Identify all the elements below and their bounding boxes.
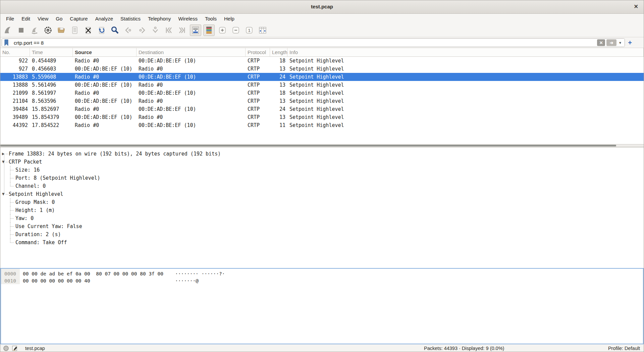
cell-length: 11 bbox=[270, 121, 287, 129]
menu-telephony[interactable]: Telephony bbox=[144, 15, 174, 23]
column-header-no[interactable]: No. bbox=[0, 48, 30, 56]
gear-icon bbox=[44, 26, 52, 35]
packet-row-44392[interactable]: 4439217.854522Radio #000:DE:AD:BE:EF (10… bbox=[0, 121, 644, 129]
hex-bytes: 00 00 de ad be ef 0a 00 80 07 00 00 00 8… bbox=[23, 270, 163, 277]
hex-line[interactable]: 001000 00 00 00 00 00 00 40·······@ bbox=[1, 277, 643, 284]
packet-list[interactable]: 9220.454489Radio #000:DE:AD:BE:EF (10)CR… bbox=[0, 57, 644, 144]
cell-no: 39489 bbox=[0, 113, 30, 121]
packet-bytes-pane[interactable]: 000000 00 de ad be ef 0a 00 80 07 00 00 … bbox=[0, 268, 644, 344]
column-header-info[interactable]: Info bbox=[287, 48, 644, 56]
main-toolbar: 1 bbox=[0, 23, 644, 37]
menu-statistics[interactable]: Statistics bbox=[117, 15, 144, 23]
zoom-in-button[interactable] bbox=[217, 25, 228, 36]
detail-row[interactable]: Group Mask: 0 bbox=[0, 198, 644, 206]
packet-row-13888[interactable]: 138885.56149600:DE:AD:BE:EF (10)Radio #0… bbox=[0, 81, 644, 89]
capture-comment-icon[interactable] bbox=[12, 345, 18, 351]
menu-view[interactable]: View bbox=[34, 15, 52, 23]
go-to-packet-button[interactable] bbox=[150, 25, 161, 36]
packet-row-39484[interactable]: 3948415.852697Radio #000:DE:AD:BE:EF (10… bbox=[0, 105, 644, 113]
filter-bookmark-button[interactable] bbox=[2, 39, 11, 47]
cell-source: Radio #0 bbox=[73, 89, 137, 97]
colorize-packets-button[interactable] bbox=[203, 25, 215, 36]
close-file-button[interactable] bbox=[83, 25, 94, 36]
column-header-dest[interactable]: Destination bbox=[137, 48, 246, 56]
detail-row[interactable]: Yaw: 0 bbox=[0, 214, 644, 222]
packet-row-39489[interactable]: 3948915.85437900:DE:AD:BE:EF (10)Radio #… bbox=[0, 113, 644, 121]
packet-row-927[interactable]: 9270.45660300:DE:AD:BE:EF (10)Radio #0CR… bbox=[0, 65, 644, 73]
menu-tools[interactable]: Tools bbox=[201, 15, 220, 23]
cell-source: 00:DE:AD:BE:EF (10) bbox=[73, 97, 137, 105]
cell-source: 00:DE:AD:BE:EF (10) bbox=[73, 65, 137, 73]
cell-protocol: CRTP bbox=[246, 121, 270, 129]
filter-toolbar: crtp.port == 8 ✕ ➜ ▼ + bbox=[0, 37, 644, 48]
filter-apply-button[interactable]: ➜ bbox=[606, 39, 616, 46]
cell-time: 15.852697 bbox=[30, 105, 73, 113]
menu-wireless[interactable]: Wireless bbox=[174, 15, 201, 23]
detail-row[interactable]: ▼CRTP Packet bbox=[0, 158, 644, 166]
filter-expression[interactable]: crtp.port == 8 bbox=[11, 39, 596, 47]
go-forward-button[interactable] bbox=[136, 25, 148, 36]
detail-row[interactable]: Size: 16 bbox=[0, 166, 644, 174]
cell-time: 5.561496 bbox=[30, 81, 73, 89]
cell-info: Setpoint Highlevel bbox=[287, 97, 644, 105]
filter-add-button[interactable]: + bbox=[626, 39, 634, 46]
packet-row-922[interactable]: 9220.454489Radio #000:DE:AD:BE:EF (10)CR… bbox=[0, 57, 644, 65]
menu-file[interactable]: File bbox=[2, 15, 18, 23]
filter-expression-text: crtp.port == 8 bbox=[14, 40, 44, 46]
cell-length: 13 bbox=[270, 81, 287, 89]
menu-capture[interactable]: Capture bbox=[66, 15, 91, 23]
cell-source: Radio #0 bbox=[73, 105, 137, 113]
menu-edit[interactable]: Edit bbox=[18, 15, 34, 23]
filter-clear-button[interactable]: ✕ bbox=[597, 39, 605, 46]
open-file-button[interactable] bbox=[56, 25, 67, 36]
resize-columns-button[interactable] bbox=[257, 25, 268, 36]
restart-capture-button[interactable] bbox=[29, 25, 40, 36]
auto-scroll-button[interactable] bbox=[190, 25, 201, 36]
find-packet-button[interactable] bbox=[109, 25, 121, 36]
packet-details-pane[interactable]: ▶Frame 13883: 24 bytes on wire (192 bits… bbox=[0, 147, 644, 268]
detail-row[interactable]: Port: 8 (Setpoint Highlevel) bbox=[0, 174, 644, 182]
capture-options-button[interactable] bbox=[42, 25, 54, 36]
detail-row[interactable]: Use Current Yaw: False bbox=[0, 222, 644, 230]
zoom-original-button[interactable]: 1 bbox=[244, 25, 255, 36]
cell-source: Radio #0 bbox=[73, 57, 137, 65]
stop-capture-button[interactable] bbox=[15, 25, 27, 36]
cell-protocol: CRTP bbox=[246, 57, 270, 65]
menu-analyze[interactable]: Analyze bbox=[92, 15, 117, 23]
column-header-length[interactable]: Length bbox=[270, 48, 287, 56]
reload-file-button[interactable] bbox=[96, 25, 107, 36]
display-filter-input[interactable]: crtp.port == 8 ✕ ➜ ▼ bbox=[2, 38, 625, 47]
status-profile[interactable]: Profile: Default bbox=[608, 346, 640, 351]
go-last-packet-button[interactable] bbox=[176, 25, 188, 36]
hex-line[interactable]: 000000 00 de ad be ef 0a 00 80 07 00 00 … bbox=[1, 270, 643, 277]
column-header-protocol[interactable]: Protocol bbox=[246, 48, 270, 56]
scrollbar-handle[interactable] bbox=[0, 145, 616, 146]
go-back-button[interactable] bbox=[123, 25, 134, 36]
packet-list-horizontal-scrollbar[interactable] bbox=[0, 144, 644, 147]
menu-go[interactable]: Go bbox=[52, 15, 66, 23]
detail-row[interactable]: ▼Setpoint Highlevel bbox=[0, 190, 644, 198]
close-window-button[interactable]: ✕ bbox=[634, 3, 638, 10]
column-header-time[interactable]: Time bbox=[30, 48, 73, 56]
filter-dropdown-caret[interactable]: ▼ bbox=[618, 41, 623, 45]
status-filename[interactable]: test.pcap bbox=[25, 346, 45, 351]
packet-row-13883[interactable]: 138835.559608Radio #000:DE:AD:BE:EF (10)… bbox=[0, 73, 644, 81]
save-file-button[interactable] bbox=[69, 25, 80, 36]
start-capture-button[interactable] bbox=[2, 25, 13, 36]
go-first-packet-button[interactable] bbox=[163, 25, 174, 36]
cell-length: 24 bbox=[270, 105, 287, 113]
packet-list-header: No.TimeSourceDestinationProtocolLengthIn… bbox=[0, 48, 644, 57]
menu-help[interactable]: Help bbox=[220, 15, 238, 23]
packet-row-21104[interactable]: 211048.56359600:DE:AD:BE:EF (10)Radio #0… bbox=[0, 97, 644, 105]
detail-row[interactable]: Channel: 0 bbox=[0, 182, 644, 190]
expert-info-icon[interactable] bbox=[3, 345, 9, 351]
packet-row-21099[interactable]: 210998.561997Radio #000:DE:AD:BE:EF (10)… bbox=[0, 89, 644, 97]
detail-row[interactable]: Duration: 2 (s) bbox=[0, 230, 644, 238]
detail-row[interactable]: ▶Frame 13883: 24 bytes on wire (192 bits… bbox=[0, 150, 644, 158]
detail-row[interactable]: Command: Take Off bbox=[0, 238, 644, 247]
column-header-source[interactable]: Source bbox=[73, 48, 137, 56]
zoom-out-button[interactable] bbox=[230, 25, 241, 36]
cell-length: 18 bbox=[270, 57, 287, 65]
cell-info: Setpoint Highlevel bbox=[287, 65, 644, 73]
detail-row[interactable]: Height: 1 (m) bbox=[0, 206, 644, 214]
